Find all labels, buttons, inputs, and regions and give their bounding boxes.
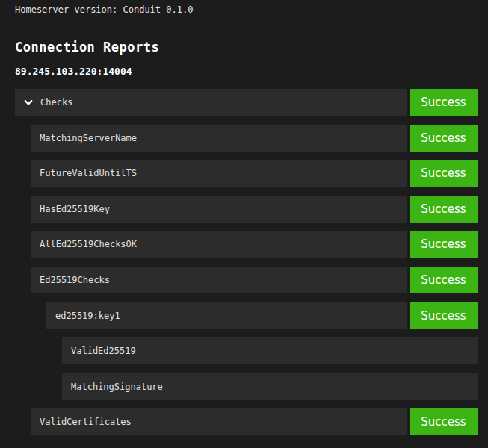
report-list: Checks Success MatchingServerName Succes… — [15, 89, 478, 435]
connection-report-page: Homeserver version: Conduit 0.1.0 Connec… — [0, 0, 488, 435]
check-label: HasEd25519Key — [40, 204, 110, 214]
server-address-text: 89.245.103.220:14004 — [15, 66, 478, 78]
chevron-down-icon — [24, 99, 33, 106]
check-row-button: ValidCertificates — [31, 408, 407, 435]
check-label: AllEd25519ChecksOK — [40, 239, 137, 249]
check-row-button: FutureValidUntilTS — [31, 160, 407, 187]
check-row-button: ed25519:key1 — [46, 302, 407, 329]
status-badge: Success — [410, 302, 478, 329]
check-label: MatchingSignature — [71, 382, 163, 392]
status-badge: Success — [410, 89, 478, 116]
report-row: MatchingSignature — [62, 373, 478, 400]
check-row-button: MatchingServerName — [31, 125, 407, 152]
check-row-button: AllEd25519ChecksOK — [31, 231, 407, 258]
status-badge: Success — [410, 125, 478, 152]
check-row-button[interactable]: Checks — [15, 89, 407, 116]
check-label: Checks — [40, 97, 72, 108]
report-row: Checks Success — [15, 89, 478, 116]
report-row: ValidCertificates Success — [31, 408, 478, 435]
page-title: Connection Reports — [15, 40, 478, 55]
check-label: ValidEd25519 — [71, 346, 136, 356]
homeserver-version-text: Homeserver version: Conduit 0.1.0 — [15, 4, 478, 15]
check-label: ed25519:key1 — [55, 311, 120, 321]
check-row-button: MatchingSignature — [62, 373, 478, 400]
check-row-button: HasEd25519Key — [31, 196, 407, 223]
status-badge: Success — [410, 160, 478, 187]
check-label: FutureValidUntilTS — [40, 168, 137, 178]
check-row-button: Ed25519Checks — [31, 267, 407, 293]
check-label: MatchingServerName — [40, 133, 137, 143]
status-badge: Success — [410, 231, 478, 258]
report-row: HasEd25519Key Success — [31, 196, 478, 223]
check-label: Ed25519Checks — [40, 275, 110, 285]
report-row: Ed25519Checks Success — [31, 267, 478, 293]
status-badge: Success — [410, 267, 478, 293]
status-badge: Success — [410, 408, 478, 435]
check-label: ValidCertificates — [40, 417, 132, 427]
report-row: ValidEd25519 — [62, 337, 478, 364]
check-row-button: ValidEd25519 — [62, 337, 478, 364]
report-row: ed25519:key1 Success — [46, 302, 478, 329]
status-badge: Success — [410, 196, 478, 223]
report-row: AllEd25519ChecksOK Success — [31, 231, 478, 258]
report-row: FutureValidUntilTS Success — [31, 160, 478, 187]
report-row: MatchingServerName Success — [31, 125, 478, 152]
